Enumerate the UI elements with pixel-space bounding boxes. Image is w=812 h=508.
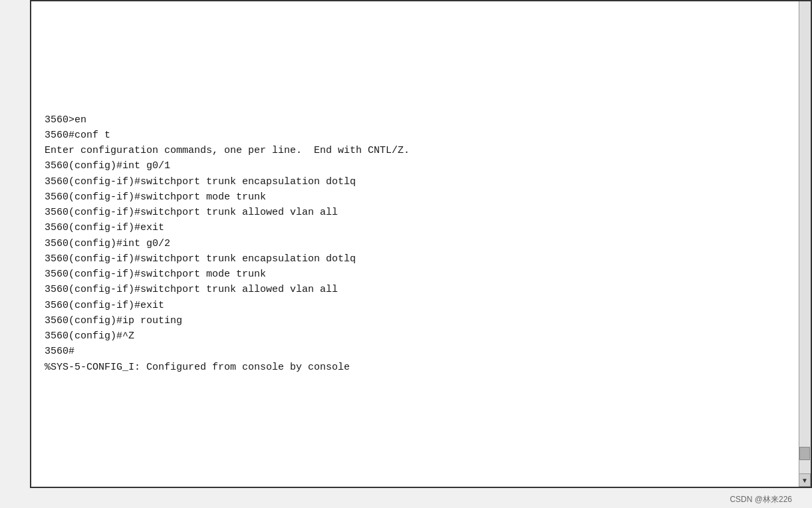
terminal-window: 3560>en3560#conf tEnter configuration co… — [30, 0, 812, 488]
terminal-line: 3560(config-if)#exit — [45, 220, 797, 235]
terminal-line: 3560(config)#^Z — [45, 328, 797, 344]
terminal-line: 3560(config-if)#switchport mode trunk — [45, 267, 797, 282]
terminal-line: %SYS-5-CONFIG_I: Configured from console… — [45, 360, 797, 375]
terminal-line: 3560(config)#int g0/2 — [45, 236, 797, 251]
page-container: 3560>en3560#conf tEnter configuration co… — [0, 0, 812, 508]
terminal-line: 3560(config-if)#switchport trunk allowed… — [45, 282, 797, 297]
terminal-line: 3560# — [45, 344, 797, 359]
terminal-line: 3560(config-if)#switchport mode trunk — [45, 190, 797, 205]
terminal-line: 3560(config-if)#switchport trunk encapsu… — [45, 174, 797, 190]
terminal-line: 3560(config)#ip routing — [45, 313, 797, 328]
scrollbar-arrow-down[interactable]: ▼ — [799, 473, 811, 487]
terminal-line: 3560(config)#int g0/1 — [45, 158, 797, 174]
watermark: CSDN @林来226 — [730, 494, 792, 505]
terminal-line: 3560(config-if)#switchport trunk encapsu… — [45, 251, 797, 267]
terminal-line: 3560(config-if)#switchport trunk allowed… — [45, 205, 797, 220]
terminal-line: 3560(config-if)#exit — [45, 298, 797, 313]
terminal-content: 3560>en3560#conf tEnter configuration co… — [31, 1, 811, 388]
scrollbar-thumb[interactable] — [799, 447, 810, 460]
terminal-line: Enter configuration commands, one per li… — [45, 143, 797, 158]
scrollbar[interactable]: ▼ — [799, 1, 811, 487]
terminal-line: 3560>en — [45, 112, 797, 128]
terminal-line: 3560#conf t — [45, 128, 797, 143]
